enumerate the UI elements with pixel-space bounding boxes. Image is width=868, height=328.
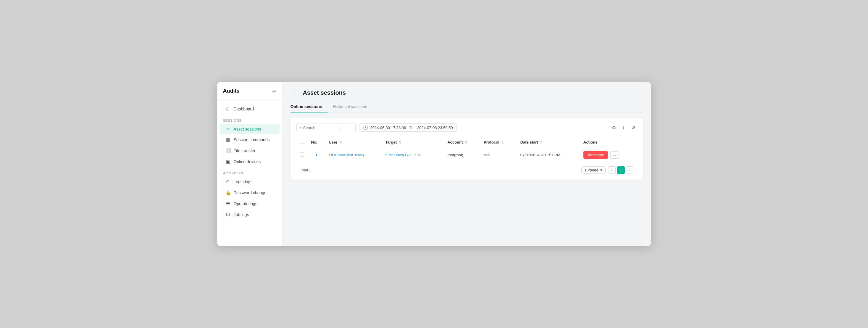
header-no: No. — [308, 137, 326, 148]
file-transfer-icon: ⬜ — [225, 148, 231, 153]
date-range[interactable]: 🕐 2024-06-30 17:38:06 To 2024-07-08 23:5… — [359, 123, 457, 132]
settings-button[interactable]: ⚙ — [610, 124, 618, 132]
row-account: root(root) — [444, 148, 480, 162]
download-button[interactable]: ↓ — [621, 124, 627, 131]
row-target-link[interactable]: First Linux(172.17.20... — [385, 153, 425, 157]
sidebar-item-password-change[interactable]: 🔒 Password change — [219, 187, 280, 198]
select-all-checkbox[interactable] — [300, 140, 304, 144]
sidebar-item-job-logs[interactable]: ☑ Job logs — [219, 209, 280, 220]
row-date-start: 07/07/2024 5:31:57 PM — [517, 148, 580, 162]
date-sort-icon[interactable]: ⇅ — [540, 141, 542, 144]
sidebar-item-asset-sessions[interactable]: ∞ Asset sessions — [219, 124, 280, 134]
sidebar-item-operate-logs[interactable]: ☰ Operate logs — [219, 198, 280, 209]
total-label: Total 1 — [300, 168, 311, 172]
toolbar: ▾ / 🕐 2024-06-30 17:38:06 To 2024-07-08 … — [297, 123, 637, 132]
header-user: User ⇅ — [326, 137, 382, 148]
tab-online-sessions[interactable]: Online sessions — [290, 102, 328, 113]
job-logs-icon: ☑ — [225, 212, 231, 217]
sidebar-item-online-devices[interactable]: ▣ Online devices — [219, 156, 280, 167]
password-change-icon: 🔒 — [225, 190, 231, 196]
operate-logs-icon: ☰ — [225, 201, 231, 206]
account-sort-icon[interactable]: ⇅ — [465, 141, 467, 144]
session-commands-icon: ▦ — [225, 137, 231, 142]
target-sort-icon[interactable]: ⇅ — [399, 141, 401, 144]
row-no-link[interactable]: 1 — [315, 153, 317, 157]
row-no: 1 — [308, 148, 326, 162]
activities-section-label: ACTIVITIES — [217, 167, 282, 176]
row-checkbox-cell — [297, 148, 308, 162]
page-1-button[interactable]: 1 — [617, 167, 625, 174]
header-account: Account ⇅ — [444, 137, 480, 148]
tabs-container: Online sessions Historical sessions — [290, 102, 643, 113]
asset-sessions-icon: ∞ — [225, 126, 231, 131]
page-size-chevron: ▾ — [600, 168, 602, 172]
sidebar-header: Audits ⇌ — [217, 88, 282, 100]
online-devices-icon: ▣ — [225, 159, 231, 164]
header-checkbox-cell — [297, 137, 308, 148]
sidebar-item-dashboard[interactable]: ⊙ Dashboard — [219, 103, 280, 114]
table-footer: Total 1 15/page ▾ ‹ 1 › — [297, 162, 637, 174]
more-actions-button[interactable]: ··· — [610, 151, 619, 159]
actions-cell: Terminate ··· — [583, 151, 633, 159]
page-title: Asset sessions — [303, 89, 346, 96]
toolbar-actions: ⚙ ↓ ↺ — [610, 124, 637, 132]
login-logs-icon: ⊙ — [225, 179, 231, 184]
sidebar-item-label: Online devices — [234, 159, 261, 164]
date-from: 2024-06-30 17:38:06 — [370, 125, 406, 130]
sidebar-item-label: Operate logs — [234, 201, 257, 206]
sessions-section-label: SESSIONS — [217, 115, 282, 123]
search-input[interactable] — [303, 125, 339, 130]
row-actions: Terminate ··· — [580, 148, 637, 162]
row-target: First Linux(172.17.20... — [382, 148, 444, 162]
sidebar-item-label: Job logs — [234, 212, 249, 217]
prev-page-button[interactable]: ‹ — [609, 167, 616, 174]
sidebar-item-label: Asset sessions — [234, 127, 261, 131]
tab-historical-sessions[interactable]: Historical sessions — [333, 102, 372, 113]
main-content: ← Asset sessions Online sessions Histori… — [282, 82, 651, 246]
sidebar-item-session-commands[interactable]: ▦ Session commands — [219, 135, 280, 145]
refresh-button[interactable]: ↺ — [629, 124, 637, 132]
date-to-label: To — [409, 125, 413, 130]
sidebar-item-label: Login logs — [234, 179, 253, 184]
row-protocol: ssh — [480, 148, 517, 162]
dashboard-icon: ⊙ — [225, 106, 231, 112]
page-size-label: 15/page — [585, 168, 598, 172]
clock-icon: 🕐 — [363, 125, 368, 130]
date-to: 2024-07-08 23:59:59 — [417, 125, 453, 130]
protocol-sort-icon[interactable]: ⇅ — [501, 141, 504, 144]
header-actions: Actions — [580, 137, 637, 148]
chevron-down-icon: ▾ — [300, 125, 302, 130]
search-divider: / — [341, 125, 342, 130]
sidebar-item-label: Session commands — [234, 137, 270, 142]
header-target: Target ⇅ — [382, 137, 444, 148]
page-size-select[interactable]: 15/page ▾ — [581, 167, 606, 174]
sidebar-item-file-transfer[interactable]: ⬜ File transfer — [219, 145, 280, 156]
user-sort-icon[interactable]: ⇅ — [339, 141, 342, 144]
sidebar-nav: ⊙ Dashboard SESSIONS ∞ Asset sessions ▦ … — [217, 100, 282, 240]
row-user: First User(first_user) — [326, 148, 382, 162]
sidebar-item-label: Password change — [234, 190, 267, 195]
header-protocol: Protocol ⇅ — [480, 137, 517, 148]
page-header: ← Asset sessions — [290, 89, 643, 96]
pagination: ‹ 1 › — [609, 167, 633, 174]
sessions-table: No. User ⇅ Target ⇅ Account ⇅ — [297, 137, 637, 162]
table-row: 1 First User(first_user) First Linux(172… — [297, 148, 637, 162]
sidebar-item-login-logs[interactable]: ⊙ Login logs — [219, 176, 280, 187]
sidebar: Audits ⇌ ⊙ Dashboard SESSIONS ∞ Asset se… — [217, 82, 282, 246]
row-checkbox[interactable] — [300, 152, 304, 157]
next-page-button[interactable]: › — [626, 167, 633, 174]
sidebar-item-label: File transfer — [234, 148, 256, 153]
row-user-link[interactable]: First User(first_user) — [329, 153, 364, 157]
table-header-row: No. User ⇅ Target ⇅ Account ⇅ — [297, 137, 637, 148]
sidebar-item-label: Dashboard — [234, 107, 254, 111]
content-panel: ▾ / 🕐 2024-06-30 17:38:06 To 2024-07-08 … — [290, 118, 643, 180]
search-box[interactable]: ▾ / — [297, 123, 355, 132]
header-date-start: Date start ⇅ — [517, 137, 580, 148]
terminate-button[interactable]: Terminate — [583, 151, 608, 159]
back-button[interactable]: ← — [290, 89, 300, 96]
sidebar-toggle-icon[interactable]: ⇌ — [272, 88, 276, 94]
sidebar-title: Audits — [223, 88, 240, 94]
